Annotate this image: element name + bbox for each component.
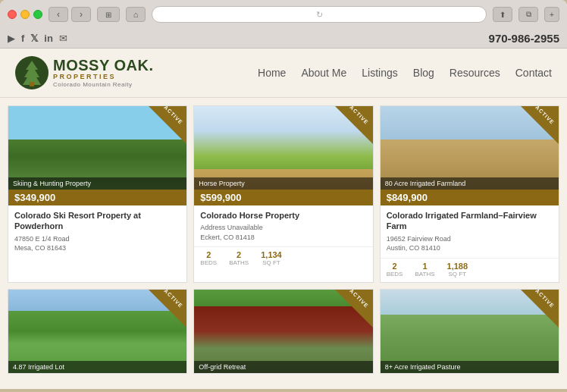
active-badge-5: ACTIVE — [335, 290, 373, 328]
active-badge-2: ACTIVE — [335, 106, 373, 144]
listing-price-2: $599,900 — [194, 190, 372, 205]
active-badge-1: ACTIVE — [149, 106, 186, 144]
beds-stat: 2 Beds — [200, 250, 217, 266]
listing-card[interactable]: ACTIVE Skiing & Hunting Property $349,90… — [8, 105, 187, 283]
active-badge-3: ACTIVE — [521, 106, 559, 144]
site-header: MOSSY OAK. PROPERTIES Colorado Mountain … — [0, 49, 567, 98]
sidebar-toggle[interactable]: + — [544, 7, 559, 22]
social-icons: ▶ f 𝕏 in ✉ — [8, 33, 67, 44]
twitter-icon[interactable]: 𝕏 — [30, 33, 38, 44]
listing-address-1: 47850 E 1/4 Road Mesa, CO 81643 — [14, 234, 180, 253]
listing-stats-2: 2 Beds 2 Baths 1,134 Sq ft — [194, 246, 372, 271]
browser-toolbar: ▶ f 𝕏 in ✉ 970-986-2955 — [0, 29, 567, 49]
listing-title-3: Colorado Irrigated Farmland–Fairview Far… — [387, 210, 553, 232]
nav-resources[interactable]: Resources — [450, 67, 500, 79]
baths-stat: 1 Baths — [415, 262, 434, 278]
listing-address-2: Address Unavailable Eckert, CO 81418 — [200, 223, 366, 242]
property-type-6: 8+ Acre Irrigated Pasture — [381, 361, 559, 373]
email-icon[interactable]: ✉ — [59, 33, 67, 44]
phone-number: 970-986-2955 — [489, 32, 559, 45]
listing-image-1: ACTIVE Skiing & Hunting Property — [8, 106, 186, 190]
listing-stats-3: 2 Beds 1 Baths 1,188 Sq ft — [381, 258, 559, 282]
maximize-button[interactable] — [33, 10, 42, 19]
forward-button[interactable]: › — [71, 7, 91, 22]
property-type-3: 80 Acre Irrigated Farmland — [381, 177, 559, 190]
baths-stat: 2 Baths — [229, 250, 249, 266]
listing-card[interactable]: ACTIVE 4.87 Irrigated Lot — [8, 289, 187, 374]
close-button[interactable] — [8, 10, 17, 19]
listing-title-1: Colorado Ski Resort Property at Powderho… — [14, 210, 180, 232]
nav-buttons: ‹ › — [49, 7, 91, 22]
listing-image-5: ACTIVE Off-grid Retreat — [194, 290, 372, 373]
nav-home[interactable]: Home — [258, 67, 286, 79]
logo-mossy-oak-text: MOSSY OAK. — [53, 58, 153, 73]
property-type-5: Off-grid Retreat — [194, 361, 372, 373]
listing-title-2: Colorado Horse Property — [200, 210, 366, 221]
logo-text: MOSSY OAK. PROPERTIES Colorado Mountain … — [53, 58, 153, 88]
property-type-2: Horse Property — [194, 177, 372, 190]
back-button[interactable]: ‹ — [49, 7, 68, 22]
share-button[interactable]: ⬆ — [493, 7, 512, 22]
browser-chrome: ‹ › ⊞ ⌂ ↻ ⬆ ⧉ + ▶ f 𝕏 in ✉ 970-986-295 — [0, 0, 567, 49]
address-bar[interactable]: ↻ — [152, 6, 487, 23]
property-type-1: Skiing & Hunting Property — [8, 177, 186, 190]
browser-titlebar: ‹ › ⊞ ⌂ ↻ ⬆ ⧉ + — [0, 0, 567, 29]
page-content: MOSSY OAK. PROPERTIES Colorado Mountain … — [0, 49, 567, 389]
listing-card[interactable]: ACTIVE Horse Property $599,900 Colorado … — [193, 105, 373, 283]
sqft-stat: 1,188 Sq ft — [447, 262, 468, 278]
nav-listings[interactable]: Listings — [362, 67, 397, 79]
listing-image-3: ACTIVE 80 Acre Irrigated Farmland — [381, 106, 559, 190]
listing-info-1: Colorado Ski Resort Property at Powderho… — [8, 205, 186, 258]
youtube-icon[interactable]: ▶ — [8, 33, 15, 44]
svg-rect-2 — [30, 82, 34, 86]
active-badge-6: ACTIVE — [521, 290, 559, 328]
listing-card[interactable]: ACTIVE 80 Acre Irrigated Farmland $849,9… — [380, 105, 559, 283]
listing-image-2: ACTIVE Horse Property — [194, 106, 372, 190]
active-badge-4: ACTIVE — [149, 290, 186, 328]
nav-about[interactable]: About Me — [301, 67, 346, 79]
logo-properties-text: PROPERTIES — [53, 73, 153, 81]
nav-blog[interactable]: Blog — [413, 67, 434, 79]
listing-info-3: Colorado Irrigated Farmland–Fairview Far… — [381, 205, 559, 258]
listing-info-2: Colorado Horse Property Address Unavaila… — [194, 205, 372, 246]
listing-card[interactable]: ACTIVE Off-grid Retreat — [193, 289, 373, 374]
tab-icon-button[interactable]: ⊞ — [97, 7, 120, 22]
sqft-stat: 1,134 Sq ft — [261, 250, 282, 266]
beds-stat: 2 Beds — [387, 262, 403, 278]
logo-subtitle-text: Colorado Mountain Realty — [53, 81, 153, 88]
logo[interactable]: MOSSY OAK. PROPERTIES Colorado Mountain … — [15, 56, 153, 89]
tabs-button[interactable]: ⧉ — [518, 7, 538, 22]
logo-tree-icon — [15, 56, 49, 89]
minimize-button[interactable] — [20, 10, 30, 19]
nav-contact[interactable]: Contact — [515, 67, 552, 79]
traffic-lights — [8, 10, 42, 19]
listing-price-3: $849,900 — [381, 190, 559, 205]
facebook-icon[interactable]: f — [21, 33, 24, 44]
property-type-4: 4.87 Irrigated Lot — [8, 361, 186, 373]
site-nav: Home About Me Listings Blog Resources Co… — [258, 67, 552, 79]
listing-address-3: 19652 Fairview Road Austin, CO 81410 — [387, 234, 553, 253]
listing-card[interactable]: ACTIVE 8+ Acre Irrigated Pasture — [380, 289, 559, 374]
listing-price-1: $349,900 — [8, 190, 186, 205]
listing-image-6: ACTIVE 8+ Acre Irrigated Pasture — [381, 290, 559, 373]
home-button[interactable]: ⌂ — [126, 7, 146, 22]
listings-grid: ACTIVE Skiing & Hunting Property $349,90… — [0, 98, 567, 381]
listing-image-4: ACTIVE 4.87 Irrigated Lot — [8, 290, 186, 373]
linkedin-icon[interactable]: in — [44, 33, 53, 44]
